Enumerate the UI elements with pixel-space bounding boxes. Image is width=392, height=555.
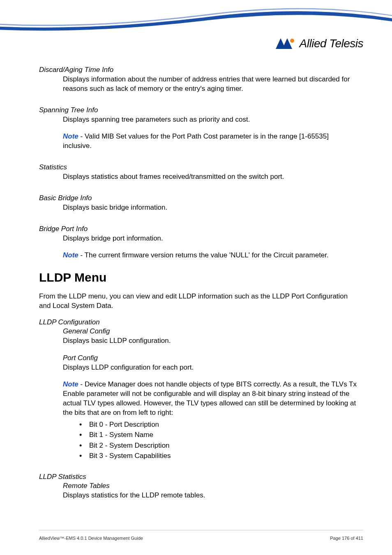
sub-title-port-config: Port Config bbox=[63, 354, 357, 362]
section-title-bridge-port: Bridge Port Info bbox=[39, 225, 357, 233]
note-text: - Valid MIB Set values for the Port Path… bbox=[63, 132, 329, 150]
heading-lldp-menu: LLDP Menu bbox=[39, 271, 357, 284]
section-title-spanning: Spanning Tree Info bbox=[39, 106, 357, 114]
sub-title-remote-tables: Remote Tables bbox=[63, 482, 357, 490]
logo-triangle-icon bbox=[276, 37, 295, 50]
brand-name: Allied Telesis bbox=[300, 37, 363, 50]
section-title-statistics: Statistics bbox=[39, 163, 357, 171]
section-note-bridge-port: Note - The current firmware version retu… bbox=[63, 251, 357, 260]
note-label: Note bbox=[63, 251, 78, 259]
note-label: Note bbox=[63, 380, 78, 388]
footer-left: AlliedView™-EMS 4.0.1 Device Management … bbox=[39, 536, 143, 541]
list-item: Bit 2 - System Description bbox=[79, 440, 357, 451]
sub-body-remote-tables: Displays statistics for the LLDP remote … bbox=[63, 491, 357, 500]
list-item: Bit 3 - System Capabilities bbox=[79, 451, 357, 461]
note-text: - Device Manager does not handle objects… bbox=[63, 380, 357, 416]
section-body-statistics: Displays statistics about frames receive… bbox=[63, 172, 357, 182]
section-body-discard: Displays information about the number of… bbox=[63, 75, 357, 94]
list-item: Bit 0 - Port Description bbox=[79, 419, 357, 430]
lldp-bits-list: Bit 0 - Port Description Bit 1 - System … bbox=[63, 419, 357, 461]
section-body-bridge-port: Displays bridge port information. bbox=[63, 234, 357, 243]
section-title-lldp-config: LLDP Configuration bbox=[39, 318, 357, 326]
note-label: Note bbox=[63, 132, 78, 140]
lldp-config-note: Note - Device Manager does not handle ob… bbox=[63, 380, 357, 418]
lldp-intro: From the LLDP menu, you can view and edi… bbox=[39, 292, 357, 311]
svg-point-2 bbox=[290, 39, 294, 43]
header-swoosh bbox=[0, 0, 392, 62]
sub-title-general-config: General Config bbox=[63, 327, 357, 335]
list-item: Bit 1 - System Name bbox=[79, 430, 357, 440]
sub-body-port-config: Displays LLDP configuration for each por… bbox=[63, 363, 357, 372]
brand-logo: Allied Telesis bbox=[276, 37, 363, 50]
footer-right: Page 176 of 411 bbox=[330, 536, 363, 541]
section-title-discard: Discard/Aging Time Info bbox=[39, 66, 357, 74]
section-note-spanning: Note - Valid MIB Set values for the Port… bbox=[63, 132, 357, 151]
section-body-basic-bridge: Displays basic bridge information. bbox=[63, 203, 357, 213]
note-text: - The current firmware version returns t… bbox=[78, 251, 329, 259]
sub-body-general-config: Displays basic LLDP configuration. bbox=[63, 336, 357, 346]
section-title-basic-bridge: Basic Bridge Info bbox=[39, 194, 357, 202]
section-title-lldp-stats: LLDP Statistics bbox=[39, 473, 357, 481]
footer-separator bbox=[39, 530, 363, 530]
section-body-spanning: Displays spanning tree parameters such a… bbox=[63, 115, 357, 125]
